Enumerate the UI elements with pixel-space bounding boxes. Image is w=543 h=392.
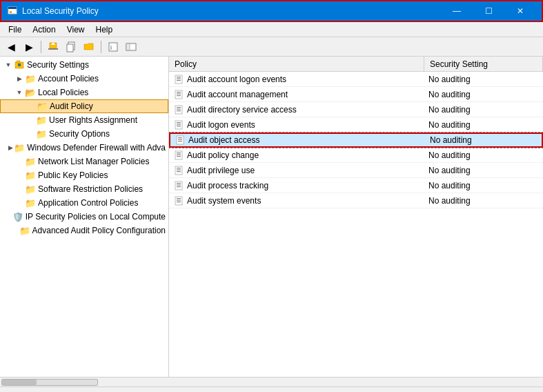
menu-action[interactable]: Action [27,23,61,36]
root-icon [14,59,25,70]
policy-cell-4: Audit object access [170,133,426,147]
tree-label-audit-policy: Audit Policy [50,101,93,111]
policy-icon-2 [173,104,184,115]
tree-label-firewall: Windows Defender Firewall with Adva [27,143,166,153]
tree-label-ipsec: IP Security Policies on Local Compute [26,212,166,222]
folder-icon-network: 📁 [25,156,36,167]
svg-rect-44 [177,183,181,184]
folder-icon-software: 📁 [25,184,36,195]
svg-rect-50 [177,202,181,202]
tree-item-ipsec[interactable]: 🛡️ IP Security Policies on Local Compute [0,210,168,224]
list-row-5[interactable]: Audit policy change No auditing [169,148,543,163]
svg-rect-32 [178,137,182,138]
status-bar: CSDN @Op [0,386,543,392]
setting-cell-4: No auditing [426,134,542,146]
minimize-button[interactable]: — [441,0,473,22]
list-row-1[interactable]: Audit account management No auditing [169,87,543,102]
toolbar-folder[interactable] [81,39,97,55]
tree-item-security-options[interactable]: 📁 Security Options [0,127,168,141]
list-row-7[interactable]: Audit process tracking No auditing [169,178,543,193]
svg-rect-39 [175,166,182,175]
toolbar-up[interactable] [45,39,61,55]
policy-cell-7: Audit process tracking [169,179,424,193]
tree-label-public-key: Public Key Policies [38,170,108,180]
folder-icon-audit: 📁 [37,101,48,112]
svg-rect-17 [177,78,181,79]
scrollbar-thumb[interactable] [2,380,37,385]
tree-label-account-policies: Account Policies [38,74,99,84]
toolbar-back[interactable]: ◀ [3,39,19,55]
bottom-scrollbar[interactable] [0,377,543,386]
svg-rect-1 [8,7,17,9]
svg-rect-3 [48,48,58,50]
title-bar: Local Security Policy — ☐ ✕ [0,0,543,22]
setting-cell-5: No auditing [424,149,543,161]
expand-arrow-account: ▶ [14,75,25,82]
left-pane[interactable]: ▼ Security Settings ▶ 📁 Account Policies… [0,57,169,377]
svg-rect-14 [18,63,21,66]
expand-arrow-local: ▼ [14,89,25,96]
svg-rect-15 [175,75,182,84]
svg-rect-49 [177,199,181,200]
folder-open-icon-local: 📂 [25,87,36,98]
policy-cell-8: Audit system events [169,194,424,208]
toolbar-copy[interactable] [63,39,79,55]
policy-cell-0: Audit account logon events [169,72,424,86]
policy-name-0: Audit account logon events [187,75,286,84]
toolbar: ◀ ▶ i [0,37,543,57]
list-row-8[interactable]: Audit system events No auditing [169,193,543,208]
maximize-button[interactable]: ☐ [473,0,504,22]
tree-item-firewall[interactable]: ▶ 📁 Windows Defender Firewall with Adva [0,141,168,155]
list-row-3[interactable]: Audit logon events No auditing [169,117,543,133]
svg-rect-41 [177,169,181,170]
folder-icon-pubkey: 📁 [25,170,36,181]
tree-item-network-list[interactable]: 📁 Network List Manager Policies [0,155,168,168]
svg-rect-42 [177,171,181,172]
tree-item-user-rights[interactable]: 📁 User Rights Assignment [0,113,168,127]
policy-cell-2: Audit directory service access [169,103,424,117]
tree-item-advanced-audit[interactable]: 📁 Advanced Audit Policy Configuration [0,224,168,237]
menu-file[interactable]: File [3,23,27,36]
toolbar-export[interactable]: i [105,39,121,55]
svg-rect-29 [177,124,181,124]
toolbar-forward[interactable]: ▶ [21,39,37,55]
folder-icon-appcontrol: 📁 [25,197,36,208]
list-header: Policy Security Setting [169,57,543,72]
shield-icon-ipsec: 🛡️ [12,211,23,222]
close-button[interactable]: ✕ [504,0,536,22]
tree-item-root[interactable]: ▼ Security Settings [0,58,168,72]
folder-icon-advaudit: 📁 [19,225,30,236]
right-pane[interactable]: Policy Security Setting Audit account lo… [169,57,543,377]
svg-rect-20 [177,92,181,92]
svg-rect-23 [175,106,182,114]
tree-label-security-options: Security Options [49,129,110,139]
tree-item-public-key[interactable]: 📁 Public Key Policies [0,168,168,182]
column-header-setting[interactable]: Security Setting [424,57,543,71]
menu-view[interactable]: View [61,23,90,36]
policy-name-7: Audit process tracking [187,181,268,190]
svg-rect-24 [177,107,181,108]
list-row-0[interactable]: Audit account logon events No auditing [169,72,543,87]
policy-name-4: Audit object access [188,135,259,145]
tree-item-audit-policy[interactable]: 📁 Audit Policy [0,99,168,113]
list-row-4[interactable]: Audit object access No auditing [169,133,543,148]
setting-cell-8: No auditing [424,195,543,207]
toolbar-view[interactable] [123,39,139,55]
list-row-2[interactable]: Audit directory service access No auditi… [169,102,543,117]
tree-item-local-policies[interactable]: ▼ 📂 Local Policies [0,86,168,99]
list-row-6[interactable]: Audit privilege use No auditing [169,163,543,178]
svg-rect-27 [175,121,182,129]
setting-cell-7: No auditing [424,179,543,192]
folder-icon-secoptions: 📁 [36,128,47,139]
svg-rect-43 [175,182,182,190]
tree-item-app-control[interactable]: 📁 Application Control Policies [0,196,168,210]
tree-item-software-restriction[interactable]: 📁 Software Restriction Policies [0,182,168,196]
menu-help[interactable]: Help [90,23,119,36]
tree-label-user-rights: User Rights Assignment [49,115,137,125]
svg-rect-2 [10,11,12,13]
horizontal-scrollbar[interactable] [1,379,98,386]
column-header-policy[interactable]: Policy [169,57,424,71]
folder-icon-firewall: 📁 [14,142,25,153]
tree-item-account-policies[interactable]: ▶ 📁 Account Policies [0,72,168,86]
svg-rect-18 [177,80,181,81]
